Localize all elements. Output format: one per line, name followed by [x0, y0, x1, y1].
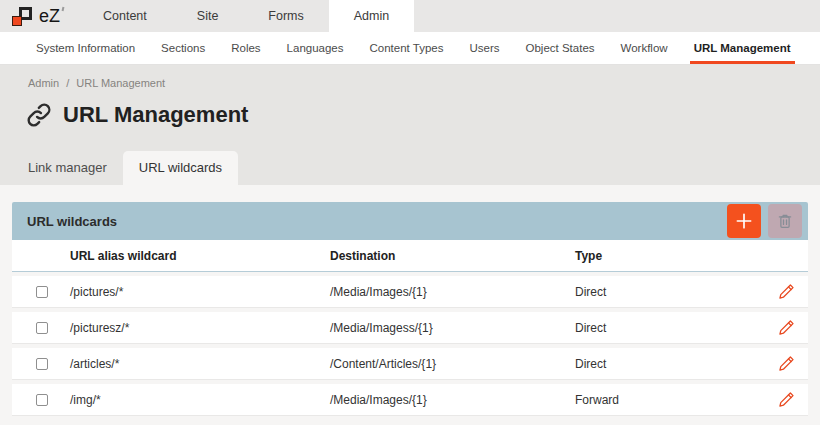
row-actions-cell	[764, 353, 808, 374]
page-title: URL Management	[26, 102, 820, 128]
page-title-text: URL Management	[63, 102, 248, 128]
tabs: Link manager URL wildcards	[12, 151, 238, 185]
adminnav-item-languages[interactable]: Languages	[274, 32, 357, 64]
topnav-item-content[interactable]: Content	[78, 0, 172, 32]
ez-logo-text: eZ	[39, 6, 60, 27]
breadcrumb-separator: /	[66, 77, 69, 89]
row-checkbox[interactable]	[36, 322, 48, 334]
add-wildcard-button[interactable]	[727, 204, 761, 238]
ez-logo-icon	[12, 6, 33, 27]
link-icon	[26, 102, 52, 128]
topnav-item-admin[interactable]: Admin	[329, 0, 414, 32]
breadcrumb: Admin / URL Management	[0, 65, 820, 89]
row-actions-cell	[764, 281, 808, 302]
table-row: /picturesz/* /Media/Imagess/{1} Direct	[12, 312, 808, 344]
adminnav-item-users[interactable]: Users	[456, 32, 512, 64]
plus-icon	[734, 211, 754, 231]
tab-link-manager[interactable]: Link manager	[12, 151, 123, 185]
row-checkbox[interactable]	[36, 358, 48, 370]
page-header: Admin / URL Management URL Management Li…	[0, 65, 820, 185]
pencil-icon	[778, 391, 795, 408]
adminnav-item-content-types[interactable]: Content Types	[357, 32, 457, 64]
top-bar: eZ Content Site Forms Admin	[0, 0, 820, 32]
edit-wildcard-button[interactable]	[776, 389, 797, 410]
column-header-destination: Destination	[330, 249, 575, 263]
edit-wildcard-button[interactable]	[776, 281, 797, 302]
adminnav-item-object-states[interactable]: Object States	[513, 32, 608, 64]
top-nav: Content Site Forms Admin	[78, 0, 414, 32]
adminnav-item-system-information[interactable]: System Information	[23, 32, 148, 64]
table-row: /articles/* /Content/Articles/{1} Direct	[12, 348, 808, 380]
row-checkbox-cell	[12, 286, 70, 298]
cell-wildcard: /articles/*	[70, 357, 330, 371]
row-checkbox-cell	[12, 394, 70, 406]
cell-wildcard: /pictures/*	[70, 285, 330, 299]
logo-orange-square	[12, 16, 22, 26]
cell-type: Direct	[575, 357, 764, 371]
row-actions-cell	[764, 317, 808, 338]
edit-wildcard-button[interactable]	[776, 317, 797, 338]
cell-type: Direct	[575, 285, 764, 299]
cell-wildcard: /img/*	[70, 393, 330, 407]
topnav-item-site[interactable]: Site	[172, 0, 244, 32]
topnav-item-forms[interactable]: Forms	[243, 0, 328, 32]
pencil-icon	[778, 319, 795, 336]
delete-wildcard-button[interactable]	[768, 204, 802, 238]
column-header-type: Type	[575, 249, 764, 263]
table-row: /pictures/* /Media/Images/{1} Direct	[12, 276, 808, 308]
trash-icon	[776, 212, 794, 230]
pencil-icon	[778, 355, 795, 372]
row-checkbox[interactable]	[36, 394, 48, 406]
adminnav-item-url-management[interactable]: URL Management	[681, 32, 804, 64]
cell-wildcard: /picturesz/*	[70, 321, 330, 335]
row-actions-cell	[764, 389, 808, 410]
cell-destination: /Media/Images/{1}	[330, 285, 575, 299]
admin-sub-nav: System Information Sections Roles Langua…	[0, 32, 820, 65]
table-row: /img/* /Media/Images/{1} Forward	[12, 384, 808, 416]
pencil-icon	[778, 283, 795, 300]
cell-type: Direct	[575, 321, 764, 335]
adminnav-item-roles[interactable]: Roles	[218, 32, 273, 64]
adminnav-item-workflow[interactable]: Workflow	[608, 32, 681, 64]
breadcrumb-item-url-management: URL Management	[76, 77, 165, 89]
cell-type: Forward	[575, 393, 764, 407]
cell-destination: /Media/Images/{1}	[330, 393, 575, 407]
row-checkbox-cell	[12, 322, 70, 334]
ez-logo[interactable]: eZ	[0, 0, 66, 32]
main-content: URL wildcards	[0, 185, 820, 416]
row-checkbox[interactable]	[36, 286, 48, 298]
row-checkbox-cell	[12, 358, 70, 370]
breadcrumb-item-admin[interactable]: Admin	[28, 77, 59, 89]
panel-header: URL wildcards	[12, 202, 808, 240]
cell-destination: /Content/Articles/{1}	[330, 357, 575, 371]
panel-title: URL wildcards	[27, 214, 727, 229]
edit-wildcard-button[interactable]	[776, 353, 797, 374]
tab-url-wildcards[interactable]: URL wildcards	[123, 151, 238, 185]
url-wildcards-panel: URL wildcards	[12, 202, 808, 416]
table-header-row: URL alias wildcard Destination Type	[12, 240, 808, 272]
cell-destination: /Media/Imagess/{1}	[330, 321, 575, 335]
adminnav-item-sections[interactable]: Sections	[148, 32, 218, 64]
column-header-url-alias-wildcard: URL alias wildcard	[70, 249, 330, 263]
